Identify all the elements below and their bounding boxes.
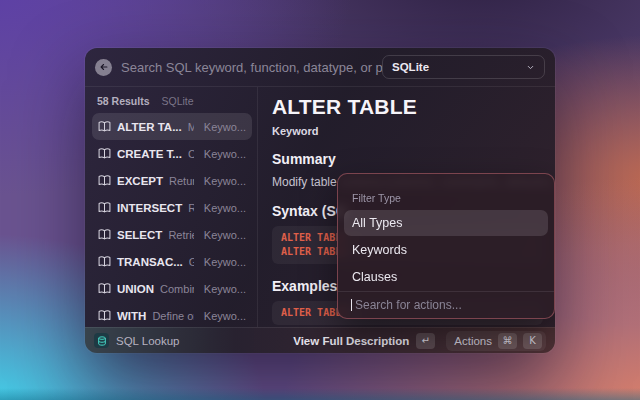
actions-popup: Filter Type All Types Keywords Clauses S…	[337, 173, 555, 319]
result-subtitle: Retrieve colu...	[168, 229, 193, 241]
app-icon	[94, 333, 109, 348]
result-title: UNION	[117, 283, 154, 295]
back-button[interactable]	[95, 59, 112, 76]
open-book-icon	[98, 201, 111, 214]
result-type-badge: Keywo...	[204, 121, 246, 133]
filter-option-label: Clauses	[352, 270, 397, 284]
summary-heading: Summary	[272, 151, 543, 167]
search-input[interactable]: Search SQL keyword, function, datatype, …	[121, 60, 382, 75]
result-row[interactable]: WITH Define one or m... Keywo...	[92, 302, 252, 327]
dialect-select[interactable]: SQLite	[382, 55, 545, 79]
database-icon	[97, 336, 107, 346]
filter-options-list: All Types Keywords Clauses	[338, 210, 554, 291]
k-key-badge: K	[523, 333, 542, 349]
text-caret	[351, 299, 352, 311]
open-book-icon	[98, 228, 111, 241]
result-row[interactable]: ALTER TA... Modify ta... Keywo...	[92, 113, 252, 140]
result-title: WITH	[117, 310, 146, 322]
open-book-icon	[98, 147, 111, 160]
result-subtitle: Return ro...	[188, 202, 194, 214]
footer-actions: View Full Description ↵ Actions ⌘ K	[293, 331, 546, 351]
filter-type-label: Filter Type	[338, 192, 554, 210]
result-subtitle: Create a...	[188, 148, 194, 160]
filter-option-label: All Types	[352, 216, 403, 230]
result-type-badge: Keywo...	[204, 310, 246, 322]
result-title: INTERSECT	[117, 202, 182, 214]
result-title: SELECT	[117, 229, 162, 241]
return-key-badge: ↵	[416, 333, 435, 349]
results-scope: SQLite	[162, 95, 194, 107]
open-book-icon	[98, 255, 111, 268]
results-header: 58 Results SQLite	[92, 93, 252, 113]
filter-option-label: Keywords	[352, 243, 407, 257]
open-book-icon	[98, 120, 111, 133]
detail-title: ALTER TABLE	[272, 95, 543, 119]
dialect-select-value: SQLite	[392, 61, 429, 73]
actions-button-label: Actions	[454, 335, 492, 347]
result-subtitle: Define one or m...	[152, 310, 193, 322]
result-type-badge: Keywo...	[204, 256, 246, 268]
result-type-badge: Keywo...	[204, 283, 246, 295]
sql-lookup-window: Search SQL keyword, function, datatype, …	[85, 48, 555, 353]
result-subtitle: Modify ta...	[188, 121, 194, 133]
actions-button[interactable]: Actions ⌘ K	[446, 331, 546, 351]
open-book-icon	[98, 174, 111, 187]
view-full-description-button[interactable]: View Full Description	[293, 335, 409, 347]
result-row[interactable]: UNION Combine resul... Keywo...	[92, 275, 252, 302]
app-name: SQL Lookup	[116, 335, 180, 347]
footer-bar: SQL Lookup View Full Description ↵ Actio…	[85, 327, 555, 353]
result-type-badge: Keywo...	[204, 175, 246, 187]
result-row[interactable]: EXCEPT Return rows f... Keywo...	[92, 167, 252, 194]
result-subtitle: Group st...	[189, 256, 194, 268]
actions-search-placeholder: Search for actions...	[355, 298, 462, 312]
result-title: TRANSAC...	[117, 256, 183, 268]
command-key-badge: ⌘	[498, 333, 517, 349]
filter-option[interactable]: All Types	[344, 210, 548, 236]
result-title: CREATE T...	[117, 148, 182, 160]
results-list: ALTER TA... Modify ta... Keywo... CREATE…	[92, 113, 252, 327]
actions-search-field[interactable]: Search for actions...	[338, 291, 554, 318]
result-row[interactable]: INTERSECT Return ro... Keywo...	[92, 194, 252, 221]
results-sidebar: 58 Results SQLite ALTER TA... Modify ta.…	[85, 87, 258, 327]
filter-option[interactable]: Clauses	[344, 264, 548, 290]
result-type-badge: Keywo...	[204, 229, 246, 241]
open-book-icon	[98, 309, 111, 322]
result-type-badge: Keywo...	[204, 202, 246, 214]
filter-option[interactable]: Keywords	[344, 237, 548, 263]
result-title: ALTER TA...	[117, 121, 182, 133]
result-title: EXCEPT	[117, 175, 163, 187]
detail-type-label: Keyword	[272, 125, 543, 137]
result-subtitle: Combine resul...	[160, 283, 194, 295]
result-row[interactable]: TRANSAC... Group st... Keywo...	[92, 248, 252, 275]
result-row[interactable]: CREATE T... Create a... Keywo...	[92, 140, 252, 167]
open-book-icon	[98, 282, 111, 295]
desktop-background: Search SQL keyword, function, datatype, …	[0, 0, 640, 400]
result-row[interactable]: SELECT Retrieve colu... Keywo...	[92, 221, 252, 248]
search-bar: Search SQL keyword, function, datatype, …	[85, 48, 555, 87]
content-area: 58 Results SQLite ALTER TA... Modify ta.…	[85, 87, 555, 327]
chevron-down-icon	[526, 63, 535, 72]
arrow-left-icon	[99, 62, 109, 72]
result-type-badge: Keywo...	[204, 148, 246, 160]
result-subtitle: Return rows f...	[169, 175, 194, 187]
results-count: 58 Results	[97, 95, 150, 107]
